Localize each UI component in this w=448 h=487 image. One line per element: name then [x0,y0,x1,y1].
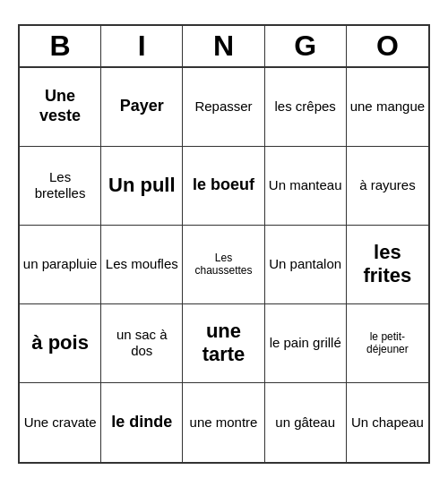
header-letter: G [265,26,347,66]
bingo-cell[interactable]: Un chapeau [347,383,428,462]
cell-text: Les moufles [106,256,178,272]
cell-text: Payer [120,97,164,116]
bingo-card: BINGO Une vestePayerRepasserles crêpesun… [18,24,430,464]
cell-text: une montre [190,414,258,431]
bingo-cell[interactable]: le pain grillé [265,304,347,383]
bingo-cell[interactable]: Les bretelles [20,147,101,226]
cell-text: les frites [349,241,426,288]
cell-text: le dinde [111,413,172,432]
header-letter: B [20,26,101,66]
header-letter: I [101,26,183,66]
cell-text: une tarte [185,320,261,367]
cell-text: Repasser [194,98,252,115]
cell-text: Un manteau [269,177,342,193]
bingo-cell[interactable]: Les moufles [101,226,183,304]
bingo-cell[interactable]: Les chaussettes [183,226,264,304]
bingo-cell[interactable]: un gâteau [265,383,347,462]
bingo-grid: Une vestePayerRepasserles crêpesune mang… [20,68,428,462]
bingo-cell[interactable]: à pois [20,304,101,383]
bingo-cell[interactable]: les crêpes [265,68,347,147]
cell-text: un gâteau [275,414,335,431]
header-letter: N [183,26,264,66]
bingo-cell[interactable]: Un manteau [265,147,347,226]
cell-text: une mangue [350,98,425,115]
cell-text: Une cravate [24,414,97,431]
cell-text: un parapluie [23,256,98,272]
bingo-cell[interactable]: Repasser [183,68,264,147]
bingo-cell[interactable]: à rayures [347,147,428,226]
cell-text: Un chapeau [351,414,424,431]
cell-text: Les bretelles [22,169,98,201]
cell-text: à pois [31,331,89,355]
bingo-cell[interactable]: Un pull [101,147,183,226]
bingo-cell[interactable]: Une veste [20,68,101,147]
cell-text: Un pull [108,174,176,197]
bingo-cell[interactable]: Un pantalon [265,226,347,304]
cell-text: le pain grillé [270,335,341,351]
bingo-cell[interactable]: une montre [183,383,264,462]
bingo-cell[interactable]: Payer [101,68,183,147]
cell-text: le petit-déjeuner [349,330,426,356]
cell-text: Les chaussettes [185,252,261,278]
cell-text: à rayures [359,177,416,193]
cell-text: Un pantalon [269,256,341,272]
bingo-cell[interactable]: une mangue [347,68,428,147]
bingo-cell[interactable]: un parapluie [20,226,101,304]
cell-text: les crêpes [275,98,336,115]
bingo-cell[interactable]: les frites [347,226,428,304]
cell-text: un sac à dos [104,327,179,359]
bingo-cell[interactable]: le boeuf [183,147,264,226]
cell-text: le boeuf [193,175,254,195]
cell-text: Une veste [22,87,98,125]
header-letter: O [347,26,428,66]
bingo-cell[interactable]: le petit-déjeuner [347,304,428,383]
bingo-cell[interactable]: une tarte [183,304,264,383]
bingo-cell[interactable]: Une cravate [20,383,101,462]
bingo-cell[interactable]: un sac à dos [101,304,183,383]
bingo-cell[interactable]: le dinde [101,383,183,462]
bingo-header: BINGO [20,26,428,68]
